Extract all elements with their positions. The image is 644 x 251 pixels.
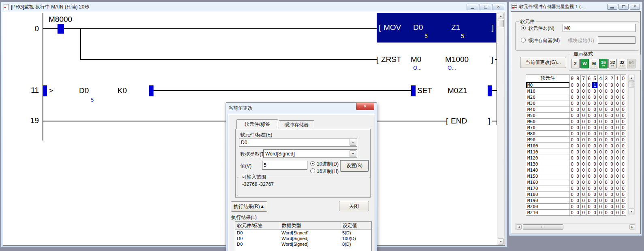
decimal-radio[interactable] xyxy=(310,161,315,166)
decimal-radio-label[interactable]: 10进制(D) xyxy=(317,161,339,167)
contact-m8000-on[interactable] xyxy=(58,24,64,34)
bit-value-cell[interactable]: 0 xyxy=(586,155,592,161)
contact-label-m8000[interactable]: M8000 xyxy=(49,15,72,23)
bit-value-cell[interactable]: 0 xyxy=(603,106,609,113)
bit-value-cell[interactable]: 0 xyxy=(569,88,575,94)
bit-value-cell[interactable]: 0 xyxy=(621,185,626,191)
bit-value-cell[interactable]: 0 xyxy=(592,185,598,191)
compare-operand1[interactable]: D0 xyxy=(79,87,89,94)
bit-value-cell[interactable]: 0 xyxy=(575,125,581,131)
bit-value-cell[interactable]: 0 xyxy=(621,82,626,88)
bit-value-cell[interactable]: 0 xyxy=(598,155,603,161)
bit-value-cell[interactable]: 0 xyxy=(603,198,609,204)
bit-value-cell[interactable]: 0 xyxy=(621,94,626,100)
buffer-memory-radio-label[interactable]: 缓冲存储器(M) xyxy=(528,38,560,43)
bit-value-cell[interactable]: 0 xyxy=(569,191,575,198)
bit-value-cell[interactable]: 0 xyxy=(586,173,592,179)
bit-value-cell[interactable]: 0 xyxy=(598,94,603,100)
bit-value-cell[interactable]: 0 xyxy=(603,94,609,100)
bit-value-cell[interactable]: 0 xyxy=(603,125,609,131)
bit-value-cell[interactable]: 0 xyxy=(609,143,615,149)
bit-value-cell[interactable]: 0 xyxy=(581,131,586,137)
bit-value-cell[interactable]: 0 xyxy=(603,179,609,185)
scroll-up-button[interactable]: ▲ xyxy=(629,75,634,81)
bit-value-cell[interactable]: 0 xyxy=(581,204,586,210)
table-vertical-scrollbar[interactable]: ▲ ▼ xyxy=(628,74,635,215)
format-button-2[interactable]: 2 xyxy=(571,59,580,68)
change-current-value-button[interactable]: 当前值更改(G)... xyxy=(520,57,566,68)
bit-value-cell[interactable]: 0 xyxy=(621,119,626,125)
bit-value-cell[interactable]: 0 xyxy=(581,88,586,94)
bit-value-cell[interactable]: 0 xyxy=(569,131,575,137)
chevron-down-icon[interactable]: ▼ xyxy=(350,150,356,157)
device-name-cell[interactable]: M10 xyxy=(526,88,569,94)
bit-value-cell[interactable]: 0 xyxy=(569,161,575,167)
restore-button[interactable] xyxy=(480,4,491,10)
bit-value-cell[interactable]: 0 xyxy=(575,88,581,94)
set-open-bracket-on[interactable] xyxy=(411,85,416,96)
bit-value-cell[interactable]: 0 xyxy=(575,191,581,198)
zrst-opcode[interactable]: ZRST xyxy=(381,55,401,63)
device-name-cell[interactable]: M200 xyxy=(526,204,569,210)
bit-value-cell[interactable]: 0 xyxy=(598,204,603,210)
format-button-W[interactable]: W xyxy=(580,59,589,68)
bit-value-cell[interactable]: 0 xyxy=(575,173,581,179)
bit-value-cell[interactable]: 0 xyxy=(598,191,603,198)
bit-value-cell[interactable]: 0 xyxy=(609,155,615,161)
bit-value-cell[interactable]: 0 xyxy=(586,191,592,198)
bit-value-cell[interactable]: 0 xyxy=(581,149,586,155)
bit-value-cell[interactable]: 0 xyxy=(586,143,592,149)
device-name-cell[interactable]: M150 xyxy=(526,173,569,179)
scroll-thumb[interactable] xyxy=(498,20,504,27)
bit-value-cell[interactable]: 0 xyxy=(598,131,603,137)
device-name-cell[interactable]: M20 xyxy=(526,94,569,100)
device-name-cell[interactable]: M160 xyxy=(526,179,569,185)
bit-value-cell[interactable]: 0 xyxy=(603,137,609,143)
bit-value-cell[interactable]: 0 xyxy=(609,210,615,216)
bit-value-cell[interactable]: 0 xyxy=(575,161,581,167)
bit-value-cell[interactable]: 0 xyxy=(569,204,575,210)
hex-radio[interactable] xyxy=(310,168,315,173)
device-name-cell[interactable]: M30 xyxy=(526,100,569,106)
result-column-header[interactable]: 设定值 xyxy=(341,222,372,230)
bit-value-cell[interactable]: 0 xyxy=(603,100,609,106)
bit-value-cell[interactable]: 0 xyxy=(581,179,586,185)
bit-value-cell[interactable]: 0 xyxy=(609,88,615,94)
bit-value-cell[interactable]: 0 xyxy=(609,198,615,204)
scroll-down-button[interactable]: ▼ xyxy=(498,238,504,245)
format-button-16-bit[interactable]: 16bit xyxy=(599,59,608,68)
scroll-thumb[interactable] xyxy=(629,81,634,87)
bit-value-cell[interactable]: 0 xyxy=(621,131,626,137)
bit-value-cell[interactable]: 0 xyxy=(575,131,581,137)
bit-value-cell[interactable]: 0 xyxy=(581,173,586,179)
execution-result-toggle-button[interactable]: 执行结果(R)▲ xyxy=(231,201,267,212)
bit-value-cell[interactable]: 0 xyxy=(609,185,615,191)
bit-value-cell[interactable]: 0 xyxy=(598,198,603,204)
buffer-memory-radio[interactable] xyxy=(521,38,526,43)
compare-close-bracket-on[interactable] xyxy=(149,85,154,96)
bit-value-cell[interactable]: 0 xyxy=(609,167,615,173)
bit-value-cell[interactable]: 0 xyxy=(586,161,592,167)
device-name-radio[interactable] xyxy=(521,26,526,30)
bit-value-cell[interactable]: 0 xyxy=(569,100,575,106)
bit-value-cell[interactable]: 0 xyxy=(615,204,621,210)
set-button[interactable]: 设置(S) xyxy=(340,160,369,171)
bit-value-cell[interactable]: 0 xyxy=(586,106,592,113)
bit-value-cell[interactable]: 0 xyxy=(598,113,603,119)
mov-instruction-selected[interactable]: [ MOV D0 5 Z1 5 ] xyxy=(377,13,496,43)
bit-value-cell[interactable]: 0 xyxy=(603,113,609,119)
tab-buffer-memory[interactable]: 缓冲存储器 xyxy=(279,120,314,129)
device-name-cell[interactable]: M70 xyxy=(526,125,569,131)
scroll-left-button[interactable]: ◄ xyxy=(516,224,522,230)
bit-value-cell[interactable]: 0 xyxy=(592,167,598,173)
bit-value-cell[interactable]: 0 xyxy=(586,137,592,143)
bit-value-cell[interactable]: 0 xyxy=(586,100,592,106)
bit-value-cell[interactable]: 0 xyxy=(621,137,626,143)
result-column-header[interactable]: 软元件/标签 xyxy=(235,222,280,230)
bit-value-cell[interactable]: 0 xyxy=(575,185,581,191)
bit-value-cell[interactable]: 0 xyxy=(621,179,626,185)
bit-value-cell[interactable]: 0 xyxy=(609,82,615,88)
bit-value-cell[interactable]: 0 xyxy=(615,185,621,191)
bit-value-cell[interactable]: 0 xyxy=(615,210,621,216)
bit-value-cell[interactable]: 0 xyxy=(615,149,621,155)
